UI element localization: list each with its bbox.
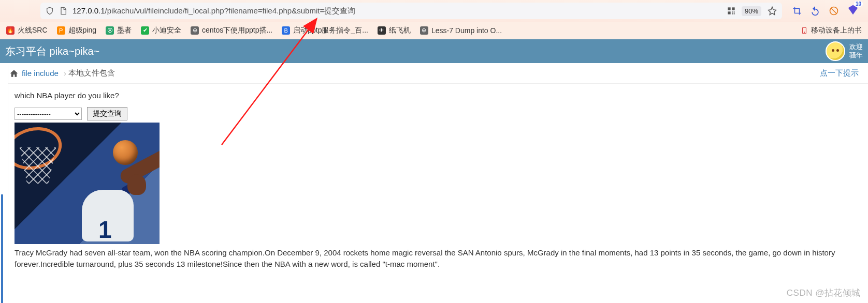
player-form: --------------- 提交查询	[15, 107, 868, 120]
svg-rect-5	[732, 13, 733, 14]
bookmark-item[interactable]: ✈纸飞机	[378, 26, 411, 35]
mobile-icon	[801, 26, 808, 35]
svg-rect-0	[728, 7, 730, 10]
extension-icon[interactable]: 10	[847, 4, 859, 18]
watermark: CSDN @拈花倾城	[787, 287, 861, 299]
svg-point-9	[804, 32, 804, 32]
undo-icon[interactable]	[810, 6, 820, 16]
banner-title: 东习平台 pika~pika~	[5, 44, 99, 58]
block-icon[interactable]	[829, 6, 839, 16]
bookmark-item[interactable]: B启动pptp服务指令_百...	[282, 26, 368, 35]
submit-button[interactable]: 提交查询	[87, 107, 127, 120]
breadcrumb-sep: ›	[64, 69, 66, 78]
bookmark-item[interactable]: P超级ping	[57, 26, 96, 35]
home-icon[interactable]	[9, 69, 19, 78]
breadcrumb-link[interactable]: file include	[22, 69, 59, 78]
left-edge	[0, 65, 8, 303]
bookmark-item[interactable]: 🔥火线SRC	[6, 26, 48, 35]
page-icon	[59, 7, 67, 15]
player-photo: 1	[15, 123, 160, 244]
bookmark-item[interactable]: ✔小迪安全	[141, 26, 181, 35]
svg-rect-6	[734, 13, 735, 14]
browser-controls: 10	[787, 4, 864, 18]
url-text: 127.0.0.1/pikachu/vul/fileinclude/fi_loc…	[73, 6, 355, 16]
question-text: which NBA player do you like?	[15, 91, 868, 100]
address-bar[interactable]: 127.0.0.1/pikachu/vul/fileinclude/fi_loc…	[40, 3, 782, 19]
crop-icon[interactable]	[792, 6, 802, 16]
svg-rect-1	[732, 7, 734, 10]
bookmark-item[interactable]: ⊕centos下使用pptp搭...	[191, 26, 272, 35]
player-select[interactable]: ---------------	[15, 108, 82, 120]
browser-toolbar: 127.0.0.1/pikachu/vul/fileinclude/fi_loc…	[0, 0, 868, 22]
main-content: which NBA player do you like? ----------…	[0, 84, 868, 270]
shield-icon	[46, 7, 54, 15]
welcome-text: 欢迎骚年	[849, 43, 863, 59]
bookmark-item[interactable]: ⦿墨者	[106, 26, 132, 35]
jersey-number: 1	[98, 216, 112, 244]
qr-icon[interactable]	[727, 7, 735, 15]
page-banner: 东习平台 pika~pika~ 欢迎骚年	[0, 39, 868, 63]
star-icon[interactable]	[768, 6, 777, 16]
svg-rect-3	[732, 11, 733, 12]
player-description: Tracy McGrady had seven all-star team, w…	[15, 247, 864, 270]
breadcrumb: file include › 本地文件包含 点一下提示	[0, 63, 868, 84]
hint-link[interactable]: 点一下提示	[820, 68, 859, 78]
bookmarks-bar: 🔥火线SRC P超级ping ⦿墨者 ✔小迪安全 ⊕centos下使用pptp搭…	[0, 22, 868, 39]
bookmark-item[interactable]: ⊕Less-7 Dump into O...	[420, 26, 502, 35]
breadcrumb-current: 本地文件包含	[68, 68, 115, 78]
svg-rect-2	[728, 11, 730, 14]
svg-rect-4	[734, 11, 735, 12]
avatar	[826, 41, 845, 61]
mobile-bookmarks[interactable]: 移动设备上的书	[801, 26, 862, 35]
zoom-level[interactable]: 90%	[742, 6, 761, 16]
